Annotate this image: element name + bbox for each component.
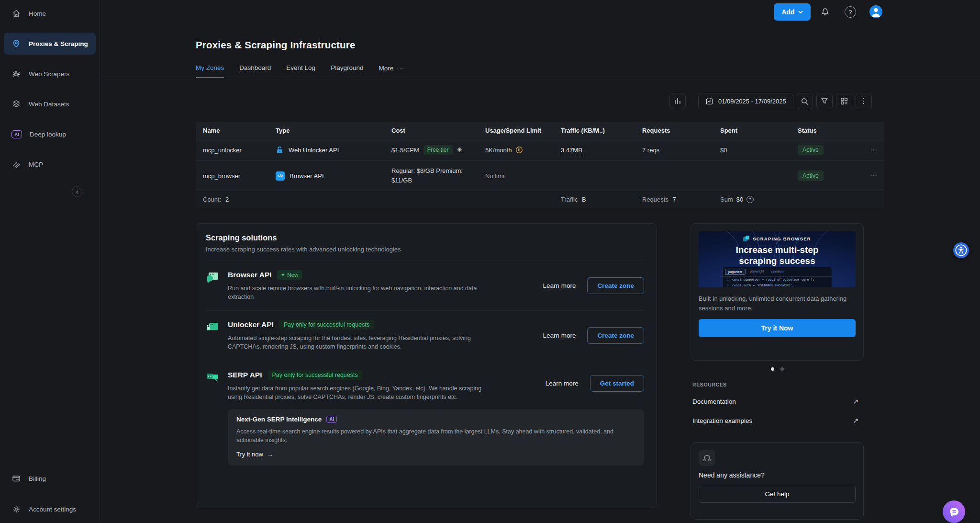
location-pin-icon xyxy=(11,39,21,48)
resource-label: Integration examples xyxy=(692,417,752,424)
more-options-button[interactable]: ⋮ xyxy=(856,93,872,109)
column-header-cost: Cost xyxy=(391,127,485,134)
filter-button[interactable] xyxy=(816,93,833,109)
page-title: Proxies & Scraping Infrastructure xyxy=(196,39,356,51)
solution-description: Automated single-step scraping for the h… xyxy=(228,334,496,351)
table-row-mcp-browser[interactable]: mcp_browser </> Browser API Regular: $8/… xyxy=(196,160,884,191)
promo-brand-row: SCRAPING BROWSER xyxy=(699,231,856,242)
sparkle-icon: ✦ xyxy=(281,272,286,278)
sidebar-item-web-datasets[interactable]: Web Datasets xyxy=(4,93,96,115)
search-icon xyxy=(801,97,809,105)
requests-value: 7 xyxy=(673,196,676,203)
try-it-now-link[interactable]: Try it now → xyxy=(236,451,635,458)
sidebar-item-proxies-scraping[interactable]: Proxies & Scraping xyxy=(4,33,96,55)
create-zone-button[interactable]: Create zone xyxy=(587,327,644,344)
add-button-label: Add xyxy=(781,8,794,16)
browser-api-icon: </> xyxy=(276,171,285,181)
status-badge: Active xyxy=(798,145,824,155)
traffic-value-link[interactable]: 3.47MB xyxy=(561,147,582,155)
get-help-button[interactable]: Get help xyxy=(699,485,856,503)
code-tab-puppeteer[interactable]: puppeteer xyxy=(725,269,746,275)
promo-headline: Increase multi-step scraping success xyxy=(717,244,837,266)
tab-event-log[interactable]: Event Log xyxy=(286,64,315,78)
solution-serp-api: SERP API Pay only for successful request… xyxy=(206,361,644,475)
summary-requests: Requests 7 xyxy=(642,196,720,203)
tab-playground[interactable]: Playground xyxy=(331,64,363,78)
sidebar-item-billing[interactable]: Billing xyxy=(4,467,96,489)
status-badge: Active xyxy=(798,171,824,181)
solution-actions: Learn more Get started xyxy=(546,375,644,392)
zone-type: </> Browser API xyxy=(276,171,391,181)
chat-widget-button[interactable] xyxy=(943,500,965,523)
table-summary-row: Count: 2 Traffic B Requests 7 Sum $0 ? xyxy=(196,191,884,208)
learn-more-link[interactable]: Learn more xyxy=(543,282,576,289)
sum-help-icon[interactable]: ? xyxy=(746,196,754,203)
resource-link-integration-examples[interactable]: Integration examples ↗ xyxy=(692,411,858,430)
spider-icon xyxy=(11,69,21,79)
sidebar-item-web-scrapers[interactable]: Web Scrapers xyxy=(4,63,96,85)
sidebar-item-label: Home xyxy=(29,10,46,17)
tab-my-zones[interactable]: My Zones xyxy=(196,64,224,78)
customize-columns-button[interactable] xyxy=(836,93,852,109)
promo-carousel-dots xyxy=(690,367,864,371)
accessibility-widget-button[interactable] xyxy=(953,242,969,258)
add-button[interactable]: Add xyxy=(774,3,811,21)
solution-unlocker-api: Unlocker API Pay only for successful req… xyxy=(206,311,644,361)
create-zone-button[interactable]: Create zone xyxy=(587,277,644,294)
sun-icon: ✳ xyxy=(457,146,463,154)
sidebar-item-home[interactable]: Home xyxy=(4,2,96,24)
learn-more-link[interactable]: Learn more xyxy=(543,332,576,339)
column-header-type: Type xyxy=(276,127,391,134)
user-avatar[interactable] xyxy=(869,5,882,18)
zone-cost: Regular: $8/GB Premium: $11/GB xyxy=(391,166,485,185)
code-tab-playwright[interactable]: playwright xyxy=(747,269,767,275)
column-header-name: Name xyxy=(196,127,276,134)
sidebar-item-label: Billing xyxy=(29,475,46,482)
solution-title: Unlocker API xyxy=(228,320,274,329)
usage-value: 5K/month xyxy=(485,147,512,154)
tab-more[interactable]: More ··· xyxy=(379,64,404,78)
row-menu-button[interactable]: ⋯ xyxy=(869,146,884,154)
sidebar-item-deep-lookup[interactable]: AI Deep lookup xyxy=(4,123,96,145)
layers-icon xyxy=(11,99,21,109)
help-question-icon[interactable]: ? xyxy=(845,6,856,18)
serp-panel-title: Next-Gen SERP Intelligence xyxy=(236,416,322,423)
cost-strikethrough: $1.5/CPM xyxy=(391,147,419,154)
date-range-picker[interactable]: 01/09/2025 - 17/09/2025 xyxy=(698,93,793,109)
solution-text: Unlocker API Pay only for successful req… xyxy=(228,320,496,351)
table-row-mcp-unlocker[interactable]: mcp_unlocker Web Unlocker API $1.5/CPM F… xyxy=(196,139,884,160)
carousel-dot-2[interactable] xyxy=(780,367,784,371)
column-header-usage: Usage/Spend Limit xyxy=(485,127,561,134)
try-it-now-button[interactable]: Try it Now xyxy=(699,319,856,337)
chart-view-button[interactable] xyxy=(669,93,686,109)
sidebar-item-account-settings[interactable]: Account settings xyxy=(4,498,96,520)
new-badge: ✦ New xyxy=(277,270,302,280)
solutions-title: Scraping solutions xyxy=(206,233,644,242)
zone-spent: $0 xyxy=(720,147,798,154)
code-text: const puppeteer = require('puppeteer-cor… xyxy=(732,278,814,282)
tab-more-label: More xyxy=(379,65,393,72)
promo-description: Built-in unlocking, unlimited concurrent… xyxy=(699,294,856,313)
column-header-traffic: Traffic (KB/M..) xyxy=(561,127,642,134)
learn-more-link[interactable]: Learn more xyxy=(546,380,579,387)
carousel-dot-1[interactable] xyxy=(771,367,774,371)
zone-cost: $1.5/CPM Free tier ✳ xyxy=(391,145,485,155)
notifications-bell-icon[interactable] xyxy=(820,6,831,17)
sidebar-item-label: Proxies & Scraping xyxy=(29,40,88,47)
promo-banner-image: SCRAPING BROWSER Increase multi-step scr… xyxy=(699,231,856,287)
search-button[interactable] xyxy=(797,93,813,109)
serp-panel-description: Access real-time search engine results p… xyxy=(236,427,629,444)
resource-link-documentation[interactable]: Documentation ↗ xyxy=(692,392,858,411)
assistance-question: Need any assistance? xyxy=(699,471,856,479)
tab-dashboard[interactable]: Dashboard xyxy=(239,64,271,78)
pay-per-success-badge: Pay only for successful requests xyxy=(267,370,363,380)
sidebar-item-mcp[interactable]: MCP xyxy=(4,153,96,175)
code-line: 1 const puppeteer = require('puppeteer-c… xyxy=(723,277,832,283)
sidebar-collapse-button[interactable]: ‹ xyxy=(72,186,82,197)
get-started-button[interactable]: Get started xyxy=(590,375,644,392)
row-menu-button[interactable]: ⋯ xyxy=(869,171,884,180)
sidebar-item-label: Deep lookup xyxy=(30,131,66,138)
zone-type-label: Browser API xyxy=(290,172,324,180)
code-tab-selenium[interactable]: selenium xyxy=(768,269,787,275)
header-divider xyxy=(100,77,980,77)
